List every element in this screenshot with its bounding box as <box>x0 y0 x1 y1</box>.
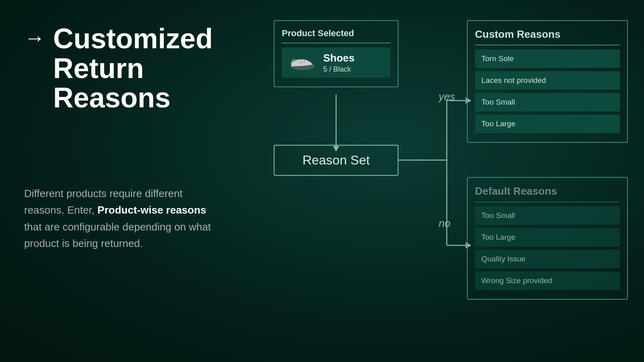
default-reason-item-3: Wrong Size provided <box>475 272 620 290</box>
page-title: CustomizedReturnReasons <box>53 24 213 113</box>
reason-set-label: Reason Set <box>283 153 389 168</box>
default-reasons-box: Default Reasons Too Small Too Large Qual… <box>467 177 628 300</box>
no-label: no <box>439 217 450 230</box>
default-reason-item-1: Too Large <box>475 228 620 247</box>
description-bold: Product-wise reasons <box>97 204 206 216</box>
description-end: that are configurable depending on what … <box>24 221 211 250</box>
arrow-icon: → <box>24 27 45 48</box>
left-section: → CustomizedReturnReasons Different prod… <box>24 24 258 252</box>
description: Different products require different rea… <box>24 185 225 252</box>
product-name: Shoes <box>323 52 355 64</box>
default-reason-item-2: Quality Issue <box>475 250 620 268</box>
custom-reason-item-0: Torn Sole <box>475 49 620 68</box>
product-info: Shoes 5 / Black <box>323 52 355 74</box>
custom-reason-item-2: Too Small <box>475 93 620 111</box>
custom-reason-item-1: Laces not provided <box>475 71 620 90</box>
default-reasons-title: Default Reasons <box>475 185 620 202</box>
yes-label: yes <box>439 90 455 103</box>
product-card: Shoes 5 / Black <box>282 47 390 78</box>
custom-reason-item-3: Too Large <box>475 115 620 133</box>
custom-reasons-box: Custom Reasons Torn Sole Laces not provi… <box>467 20 628 143</box>
product-selected-title: Product Selected <box>282 28 390 43</box>
arrow-title-group: → CustomizedReturnReasons <box>24 24 258 113</box>
product-selected-box: Product Selected <box>274 20 398 87</box>
reason-set-box: Reason Set <box>274 145 398 176</box>
custom-reasons-title: Custom Reasons <box>475 28 620 45</box>
default-reason-item-0: Too Small <box>475 206 620 225</box>
diagram-section: Product Selected <box>254 20 636 350</box>
product-variant: 5 / Black <box>323 65 355 74</box>
shoe-svg <box>289 53 317 73</box>
shoe-image <box>287 51 318 74</box>
